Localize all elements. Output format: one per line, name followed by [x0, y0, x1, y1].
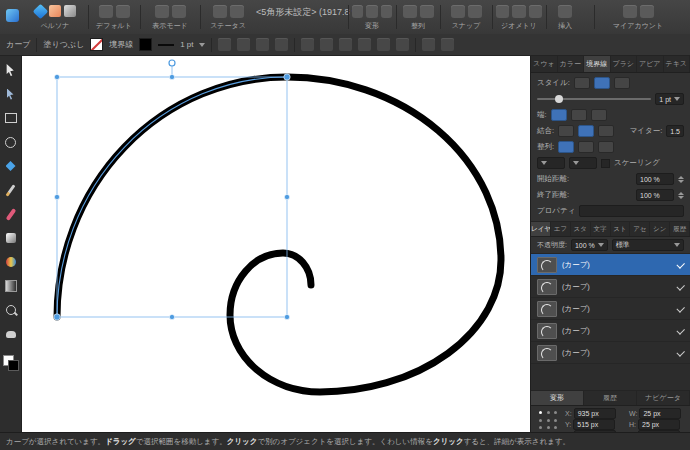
tab-navigator[interactable]: ナビゲータ — [637, 391, 690, 405]
fill-tool[interactable] — [4, 231, 18, 245]
tab-character[interactable]: 文字 — [591, 222, 611, 236]
layer-visibility-checkbox[interactable] — [676, 326, 684, 334]
layer-row[interactable]: (カーブ) — [531, 320, 690, 342]
start-distance-field[interactable]: 100 % — [636, 173, 674, 185]
break-curve-icon[interactable] — [218, 38, 231, 51]
fill-swatch[interactable] — [90, 38, 103, 51]
sync-icon[interactable] — [640, 5, 654, 18]
align-right-icon[interactable] — [339, 38, 352, 51]
layer-row[interactable]: (カーブ) — [531, 298, 690, 320]
anchor-point-selector[interactable] — [539, 411, 559, 431]
rotation-handle[interactable] — [169, 60, 175, 66]
app-menu-icon[interactable] — [6, 9, 19, 22]
tab-stock[interactable]: スト — [611, 222, 631, 236]
stroke-color-swatch[interactable] — [8, 360, 19, 371]
opacity-field[interactable]: 100 % — [571, 239, 608, 251]
stroke-width-slider[interactable] — [537, 98, 651, 100]
curve-endpoint-node[interactable] — [54, 314, 60, 320]
transparency-tool[interactable] — [4, 279, 18, 293]
layer-row[interactable]: (カーブ) — [531, 276, 690, 298]
pixel-persona-icon[interactable] — [49, 5, 61, 17]
curve-endpoint-node[interactable] — [284, 74, 290, 80]
tab-history[interactable]: 履歴 — [584, 391, 637, 405]
w-field[interactable]: 25 px — [639, 408, 681, 419]
scaling-checkbox[interactable] — [601, 159, 610, 168]
align-bottom-icon[interactable] — [396, 38, 409, 51]
move-forward-icon[interactable] — [422, 38, 435, 51]
tab-swatches[interactable]: スウォ — [531, 56, 558, 72]
view-tool[interactable] — [4, 327, 18, 341]
cap-round-icon[interactable] — [571, 109, 587, 121]
align-center-stroke-icon[interactable] — [558, 141, 574, 153]
tab-stroke[interactable]: 境界線 — [584, 56, 611, 72]
stroke-swatch[interactable] — [139, 38, 152, 51]
fill-stroke-color-well[interactable] — [3, 355, 19, 371]
stroke-style-solid-icon[interactable] — [594, 77, 610, 89]
snap-grid-icon[interactable] — [468, 5, 482, 18]
tab-history[interactable]: 履歴 — [670, 222, 690, 236]
stroke-width-field[interactable]: 1 pt — [655, 93, 684, 105]
selection-handle-left[interactable] — [54, 194, 59, 199]
tab-transform[interactable]: 変形 — [531, 391, 584, 405]
align-inside-stroke-icon[interactable] — [578, 141, 594, 153]
tab-appearance[interactable]: アピア — [637, 56, 664, 72]
layer-visibility-checkbox[interactable] — [676, 304, 684, 312]
sharp-node-icon[interactable] — [275, 38, 288, 51]
selection-handle-top-left[interactable] — [54, 74, 59, 79]
layer-row[interactable]: (カーブ) — [531, 254, 690, 276]
tab-effects[interactable]: エフ — [551, 222, 571, 236]
x-field[interactable]: 935 px — [574, 408, 616, 419]
tab-assets[interactable]: アセ — [630, 222, 650, 236]
insert-icon[interactable] — [558, 5, 572, 18]
smooth-node-icon[interactable] — [256, 38, 269, 51]
align-middle-icon[interactable] — [377, 38, 390, 51]
align-icon[interactable] — [403, 5, 417, 18]
snap-magnet-icon[interactable] — [451, 5, 465, 18]
join-round-icon[interactable] — [578, 125, 594, 137]
distribute-icon[interactable] — [420, 5, 434, 18]
flip-vertical-icon[interactable] — [381, 5, 392, 18]
end-distance-stepper[interactable] — [678, 192, 684, 199]
selection-handle-bottom-right[interactable] — [284, 314, 289, 319]
document-canvas[interactable] — [22, 56, 530, 432]
gradient-tool[interactable] — [4, 255, 18, 269]
layer-visibility-checkbox[interactable] — [676, 260, 684, 268]
y-field[interactable]: 515 px — [573, 419, 615, 430]
defaults-document-icon[interactable] — [99, 5, 113, 18]
node-tool[interactable] — [4, 87, 18, 101]
selection-handle-right[interactable] — [284, 194, 289, 199]
status-icon[interactable] — [213, 5, 227, 18]
miter-field[interactable]: 1.5 — [666, 125, 684, 137]
blend-mode-select[interactable]: 標準 — [612, 239, 684, 251]
arrow-end-select[interactable] — [569, 157, 597, 169]
layer-visibility-checkbox[interactable] — [676, 282, 684, 290]
stroke-style-dash-icon[interactable] — [614, 77, 630, 89]
tab-layers[interactable]: レイヤー — [531, 222, 551, 236]
stroke-width-value[interactable]: 1 pt — [180, 40, 193, 49]
move-tool[interactable] — [4, 63, 18, 77]
join-bevel-icon[interactable] — [598, 125, 614, 137]
cap-butt-icon[interactable] — [551, 109, 567, 121]
layer-row[interactable]: (カーブ) — [531, 342, 690, 364]
align-top-icon[interactable] — [358, 38, 371, 51]
align-left-icon[interactable] — [301, 38, 314, 51]
pencil-tool[interactable] — [4, 183, 18, 197]
stroke-width-caret-icon[interactable] — [199, 43, 205, 47]
designer-persona-icon[interactable] — [32, 3, 48, 19]
end-distance-field[interactable]: 100 % — [636, 189, 674, 201]
zoom-tool[interactable] — [4, 303, 18, 317]
arrow-start-select[interactable] — [537, 157, 565, 169]
vector-brush-tool[interactable] — [4, 207, 18, 221]
tab-color[interactable]: カラー — [558, 56, 585, 72]
boolean-subtract-icon[interactable] — [512, 5, 525, 18]
defaults-reset-icon[interactable] — [116, 5, 130, 18]
stroke-style-none-icon[interactable] — [574, 77, 590, 89]
spiral-curve[interactable] — [57, 77, 501, 392]
tab-styles[interactable]: スタ — [571, 222, 591, 236]
h-field[interactable]: 25 px — [638, 419, 680, 430]
close-curve-icon[interactable] — [237, 38, 250, 51]
user-icon[interactable] — [623, 5, 637, 18]
start-distance-stepper[interactable] — [678, 176, 684, 183]
align-center-icon[interactable] — [320, 38, 333, 51]
status-options-icon[interactable] — [230, 5, 244, 18]
